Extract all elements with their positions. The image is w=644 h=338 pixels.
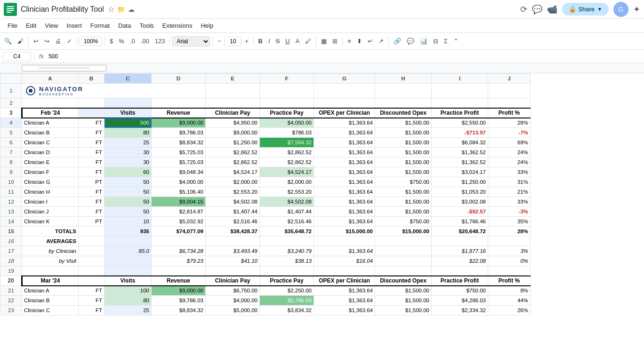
text-color-button[interactable]: A — [293, 36, 302, 47]
r14-discopex[interactable]: $750.00 — [375, 217, 432, 227]
mr3-visits[interactable]: 25 — [105, 306, 152, 315]
mr3-opex[interactable]: $1,363.64 — [314, 306, 375, 315]
sheet-scroll-area[interactable]: A B C D E F G H I J 1 — [0, 73, 644, 338]
r12-clinpay[interactable]: $4,502.08 — [206, 197, 260, 207]
borders-button[interactable]: ▦ — [319, 36, 329, 47]
r4-type[interactable]: FT — [79, 118, 105, 128]
r10-profit[interactable]: $1,250.00 — [432, 177, 488, 187]
mr3-profit[interactable]: $2,334.32 — [432, 306, 488, 315]
r11-pracpay[interactable]: $2,553.20 — [260, 187, 314, 197]
r12-profit[interactable]: $3,002.08 — [432, 197, 488, 207]
r6-profit[interactable]: $6,084.32 — [432, 138, 488, 148]
r5-discopex[interactable]: $1,500.00 — [375, 128, 432, 138]
r10-clinpay[interactable]: $2,000.00 — [206, 177, 260, 187]
col-header-i[interactable]: I — [432, 74, 488, 84]
r9-clinpay[interactable]: $4,524.17 — [206, 167, 260, 177]
r10-pct[interactable]: 31% — [488, 177, 531, 187]
mr1-name[interactable]: Clinician A — [22, 286, 79, 296]
r9-revenue[interactable]: $9,048.34 — [152, 167, 206, 177]
col-header-f[interactable]: F — [260, 74, 314, 84]
r13-clinpay[interactable]: $1,407.44 — [206, 207, 260, 217]
r7-name[interactable]: Clinician D — [22, 148, 79, 157]
mr1-pracpay[interactable]: $2,250.00 — [260, 286, 314, 296]
r13-pct[interactable]: -3% — [488, 207, 531, 217]
r11-name[interactable]: Clinician H — [22, 187, 79, 197]
r11-clinpay[interactable]: $2,553.20 — [206, 187, 260, 197]
r11-type[interactable]: FT — [79, 187, 105, 197]
r5-pracpay[interactable]: $786.03 — [260, 128, 314, 138]
merge-button[interactable]: ⊞ — [330, 36, 340, 47]
zoom-level[interactable]: 100% — [80, 37, 102, 46]
mr1-pct[interactable]: 8% — [488, 286, 531, 296]
r8-profit[interactable]: $1,362.52 — [432, 157, 488, 167]
mr2-clinpay[interactable]: $4,000.00 — [206, 296, 260, 306]
highlight-color-button[interactable]: 🖊 — [303, 36, 314, 47]
mr1-clinpay[interactable]: $6,750.00 — [206, 286, 260, 296]
r4-visits[interactable]: 500 — [105, 118, 152, 128]
mr1-revenue[interactable]: $9,000.00 — [152, 286, 206, 296]
mr2-opex[interactable]: $1,363.64 — [314, 296, 375, 306]
underline-button[interactable]: U — [283, 36, 292, 47]
font-size-decrease[interactable]: − — [215, 36, 224, 47]
r8-pct[interactable]: 24% — [488, 157, 531, 167]
r7-revenue[interactable]: $5,725.03 — [152, 148, 206, 157]
mr2-discopex[interactable]: $1,500.00 — [375, 296, 432, 306]
r13-discopex[interactable]: $1,500.00 — [375, 207, 432, 217]
format-123-button[interactable]: 123 — [153, 36, 168, 47]
r5-opex[interactable]: $1,363.64 — [314, 128, 375, 138]
r6-clinpay[interactable]: $1,250.00 — [206, 138, 260, 148]
r8-clinpay[interactable]: $2,862.52 — [206, 157, 260, 167]
r4-discopex[interactable]: $1,500.00 — [375, 118, 432, 128]
r8-name[interactable]: Clinician E — [22, 157, 79, 167]
chat-icon[interactable]: 💬 — [532, 4, 542, 15]
r13-profit[interactable]: -$92.57 — [432, 207, 488, 217]
r8-type[interactable]: FT — [79, 157, 105, 167]
video-icon[interactable]: 📹 — [547, 4, 557, 15]
r12-name[interactable]: Clinician I — [22, 197, 79, 207]
r12-opex[interactable]: $1,363.64 — [314, 197, 375, 207]
r10-discopex[interactable]: $750.00 — [375, 177, 432, 187]
r11-profit[interactable]: $1,053.20 — [432, 187, 488, 197]
undo-button[interactable]: ↩ — [31, 36, 41, 47]
r7-type[interactable]: FT — [79, 148, 105, 157]
r5-pct[interactable]: -7% — [488, 128, 531, 138]
mr1-profit[interactable]: $750.00 — [432, 286, 488, 296]
comment-button[interactable]: 💬 — [404, 36, 417, 47]
col-header-h[interactable]: H — [375, 74, 432, 84]
r11-revenue[interactable]: $5,106.40 — [152, 187, 206, 197]
mr3-pct[interactable]: 26% — [488, 306, 531, 315]
mr2-profit[interactable]: $4,286.03 — [432, 296, 488, 306]
font-family-select[interactable]: Arial — [172, 36, 210, 47]
r9-profit[interactable]: $3,024.17 — [432, 167, 488, 177]
mr2-pracpay[interactable]: $5,786.03 — [260, 296, 314, 306]
mr2-pct[interactable]: 44% — [488, 296, 531, 306]
strikethrough-button[interactable]: S — [274, 36, 282, 47]
cloud-icon[interactable]: ☁ — [128, 6, 135, 13]
menu-format[interactable]: Format — [87, 20, 113, 31]
r12-type[interactable]: FT — [79, 197, 105, 207]
link-button[interactable]: 🔗 — [391, 36, 403, 47]
r12-pct[interactable]: 33% — [488, 197, 531, 207]
r4-opex[interactable]: $1,363.64 — [314, 118, 375, 128]
paint-format-button[interactable]: 🖌 — [15, 36, 26, 47]
chart-button[interactable]: 📊 — [418, 36, 430, 47]
r8-pracpay[interactable]: $2,862.52 — [260, 157, 314, 167]
menu-extensions[interactable]: Extensions — [159, 20, 196, 31]
r6-opex[interactable]: $1,363.64 — [314, 138, 375, 148]
col-header-b[interactable]: B — [79, 74, 105, 84]
r10-visits[interactable]: 50 — [105, 177, 152, 187]
r6-pracpay[interactable]: $7,584.32 — [260, 138, 314, 148]
r14-opex[interactable]: $1,363.64 — [314, 217, 375, 227]
italic-button[interactable]: I — [266, 36, 273, 47]
r9-name[interactable]: Clinician F — [22, 167, 79, 177]
menu-edit[interactable]: Edit — [22, 20, 40, 31]
r10-opex[interactable]: $1,363.64 — [314, 177, 375, 187]
menu-data[interactable]: Data — [114, 20, 135, 31]
r5-name[interactable]: Clinician B — [22, 128, 79, 138]
r4-profit[interactable]: $2,550.00 — [432, 118, 488, 128]
function-button[interactable]: Σ — [442, 36, 450, 47]
folder-icon[interactable]: 📁 — [117, 6, 125, 13]
r7-pct[interactable]: 24% — [488, 148, 531, 157]
filter-button[interactable]: ⊟ — [431, 36, 441, 47]
r11-opex[interactable]: $1,363.64 — [314, 187, 375, 197]
